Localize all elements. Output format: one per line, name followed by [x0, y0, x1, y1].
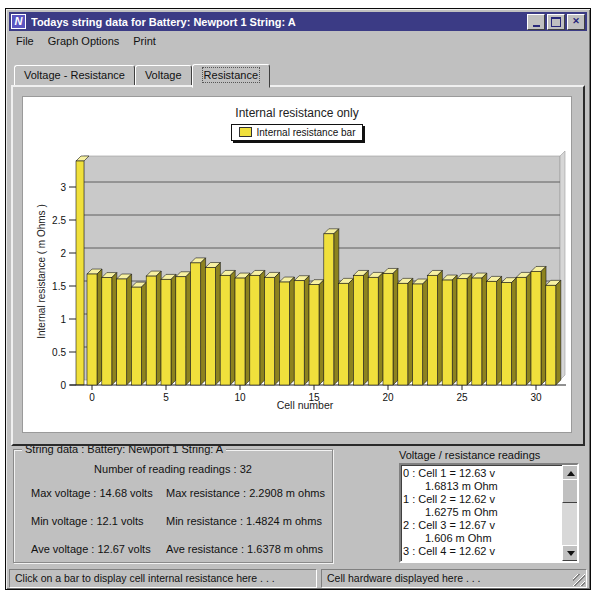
minimize-button[interactable]: [527, 14, 545, 30]
menu-file[interactable]: File: [9, 33, 41, 49]
bar-cell-25[interactable]: [457, 274, 472, 385]
bar-cell-17[interactable]: [339, 278, 354, 385]
maximize-button[interactable]: [547, 14, 565, 30]
bar-cell-8[interactable]: [205, 263, 220, 385]
reading-list-item[interactable]: 1.6813 m Ohm: [403, 480, 560, 493]
status-left: Click on a bar to display cell internal …: [9, 569, 317, 588]
reading-list-item[interactable]: 1.606 m Ohm: [403, 532, 560, 545]
title-bar: N Todays string data for Battery: Newpor…: [9, 12, 587, 31]
menu-bar: File Graph Options Print: [9, 32, 587, 50]
tab-voltage-resistance[interactable]: Voltage - Resistance: [14, 65, 135, 86]
bar-cell-24[interactable]: [442, 275, 457, 385]
bar-cell-1[interactable]: [102, 273, 117, 385]
svg-text:1: 1: [60, 314, 66, 325]
close-icon: ✕: [572, 17, 580, 26]
svg-text:2.5: 2.5: [52, 215, 66, 226]
app-window: N Todays string data for Battery: Newpor…: [5, 8, 591, 590]
legend-swatch-icon: [239, 127, 252, 137]
bar-cell-0[interactable]: [87, 269, 102, 385]
string-data-groupbox: String data : Battery: Newport 1 String:…: [13, 449, 333, 563]
bar-cell-28[interactable]: [501, 278, 516, 385]
readings-list-label: Voltage / resistance readings: [399, 449, 540, 461]
bar-cell-14[interactable]: [294, 276, 309, 385]
ave-resistance: Ave resistance : 1.6378 m ohms: [166, 543, 323, 555]
max-voltage: Max voltage : 14.68 volts: [31, 487, 153, 499]
max-resistance: Max resistance : 2.2908 m ohms: [166, 487, 325, 499]
bar-cell-6[interactable]: [176, 272, 191, 385]
bar-cell-18[interactable]: [353, 270, 368, 385]
arrow-down-icon: [567, 551, 575, 556]
svg-text:1.5: 1.5: [52, 281, 66, 292]
chart-title: Internal resistance only: [23, 106, 571, 120]
x-axis-label: Cell number: [40, 399, 570, 411]
bar-cell-16[interactable]: [324, 229, 339, 385]
bar-chart-plot: 00.511.522.53051015202530: [40, 149, 570, 409]
bar-cell-19[interactable]: [368, 272, 383, 385]
svg-text:2: 2: [60, 248, 66, 259]
menu-print[interactable]: Print: [126, 33, 163, 49]
resize-grip[interactable]: [573, 574, 585, 586]
bar-cell-3[interactable]: [131, 282, 146, 385]
readings-scrollbar[interactable]: [562, 465, 577, 561]
menu-graph-options[interactable]: Graph Options: [41, 33, 127, 49]
bar-cell-23[interactable]: [427, 270, 442, 385]
scroll-down-button[interactable]: [562, 545, 579, 561]
svg-text:0: 0: [60, 380, 66, 391]
svg-text:0.5: 0.5: [52, 347, 66, 358]
ave-voltage: Ave voltage : 12.67 volts: [31, 543, 151, 555]
bar-cell-10[interactable]: [235, 273, 250, 385]
window-title: Todays string data for Battery: Newport …: [31, 16, 527, 28]
reading-list-item[interactable]: 1.6275 m Ohm: [403, 506, 560, 519]
app-logo-icon: N: [11, 14, 26, 29]
bar-cell-15[interactable]: [309, 280, 324, 385]
bar-cell-21[interactable]: [398, 278, 413, 385]
arrow-up-icon: [567, 471, 575, 476]
chart-panel: Internal resistance only Internal resist…: [22, 96, 572, 433]
status-bar: Click on a bar to display cell internal …: [9, 569, 587, 587]
bar-cell-7[interactable]: [191, 258, 206, 385]
min-voltage: Min voltage : 12.1 volts: [31, 515, 144, 527]
bar-cell-20[interactable]: [383, 268, 398, 385]
min-resistance: Min resistance : 1.4824 m ohms: [166, 515, 322, 527]
reading-list-item[interactable]: 2 : Cell 3 = 12.67 v: [403, 519, 560, 532]
tab-page-resistance: Internal resistance only Internal resist…: [11, 85, 585, 446]
tab-strip: Voltage - Resistance Voltage Resistance: [14, 62, 270, 86]
scrollbar-thumb[interactable]: [562, 479, 579, 503]
tab-voltage[interactable]: Voltage: [135, 65, 192, 86]
reading-list-item[interactable]: 1 : Cell 2 = 12.62 v: [403, 493, 560, 506]
bar-cell-4[interactable]: [146, 271, 161, 385]
readings-count: Number of reading readings : 32: [14, 463, 332, 475]
close-button[interactable]: ✕: [567, 14, 585, 30]
bar-cell-11[interactable]: [250, 270, 265, 385]
bar-cell-31[interactable]: [546, 280, 561, 385]
bar-cell-22[interactable]: [413, 279, 428, 385]
bar-cell-5[interactable]: [161, 274, 176, 385]
status-right: Cell hardware displayed here . . .: [321, 569, 587, 588]
maximize-icon: [551, 17, 561, 27]
bar-cell-9[interactable]: [220, 270, 235, 385]
bar-cell-30[interactable]: [531, 266, 546, 385]
bar-cell-29[interactable]: [516, 272, 531, 385]
bar-cell-13[interactable]: [279, 277, 294, 385]
tab-resistance[interactable]: Resistance: [192, 64, 270, 88]
minimize-icon: [533, 25, 540, 27]
legend-label: Internal resistance bar: [257, 127, 356, 138]
bar-cell-2[interactable]: [117, 274, 132, 385]
chart-legend: Internal resistance bar: [23, 123, 571, 141]
reading-list-item[interactable]: 0 : Cell 1 = 12.63 v: [403, 467, 560, 480]
bar-cell-26[interactable]: [472, 273, 487, 385]
bar-cell-12[interactable]: [265, 272, 280, 385]
bar-cell-27[interactable]: [487, 276, 502, 385]
readings-listbox[interactable]: 0 : Cell 1 = 12.63 v1.6813 m Ohm1 : Cell…: [399, 463, 579, 563]
svg-text:3: 3: [60, 182, 66, 193]
reading-list-item[interactable]: 3 : Cell 4 = 12.62 v: [403, 545, 560, 558]
